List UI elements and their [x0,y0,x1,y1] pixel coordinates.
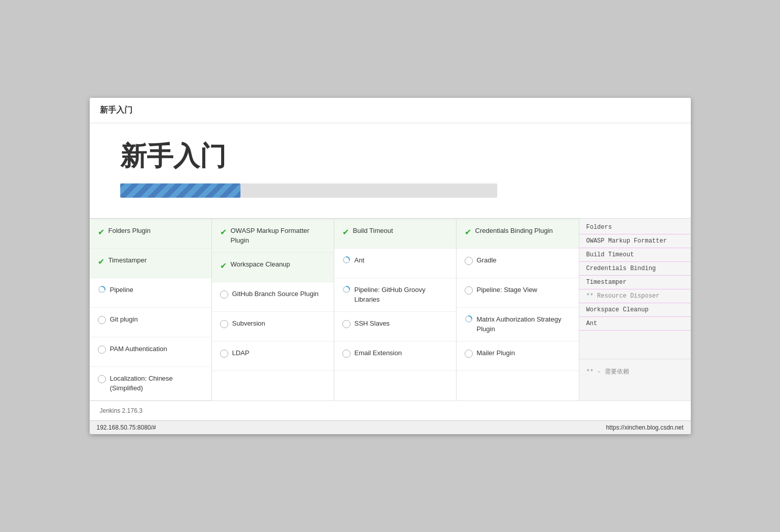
sidebar-item-0: Folders [579,221,691,234]
plugin-item-3-4[interactable]: Mailer Plugin [456,341,579,371]
plugin-name: PAM Authentication [110,344,168,354]
circle-icon [342,320,351,328]
plugin-item-0-4[interactable]: PAM Authentication [90,337,211,367]
main-area: ✔Folders Plugin✔Timestamper PipelineGit … [90,219,691,400]
spin-icon [342,256,351,266]
sidebar-item-3: Credentials Binding [579,262,691,276]
plugin-name: Timestamper [109,256,147,265]
circle-icon [342,350,351,358]
plugin-item-0-1[interactable]: ✔Timestamper [90,249,211,278]
sidebar-item-1: OWASP Markup Formatter [579,234,691,248]
circle-icon [465,257,473,265]
check-icon: ✔ [220,261,227,271]
spin-icon [465,315,473,325]
plugin-name: Matrix Authorization Strategy Plugin [477,315,571,333]
status-bar-right: https://xinchen.blog.csdn.net [606,424,683,431]
sidebar-item-5: ** Resource Disposer [579,289,691,303]
check-icon: ✔ [220,227,227,237]
progress-bar-container [120,183,497,198]
plugins-grid: ✔Folders Plugin✔Timestamper PipelineGit … [90,219,579,400]
plugin-item-1-0[interactable]: ✔OWASP Markup Formatter Plugin [212,219,334,252]
plugin-name: Pipeline [110,285,133,295]
plugin-item-0-0[interactable]: ✔Folders Plugin [90,219,211,249]
plugin-item-3-2[interactable]: Pipeline: Stage View [456,278,579,308]
plugin-name: Pipeline: Stage View [477,285,537,295]
plugin-item-3-3[interactable]: Matrix Authorization Strategy Plugin [456,308,579,341]
plugin-item-2-3[interactable]: SSH Slaves [334,312,456,341]
plugin-item-2-2[interactable]: Pipeline: GitHub Groovy Libraries [334,278,456,311]
plugin-item-0-3[interactable]: Git plugin [90,308,211,337]
plugin-name: Folders Plugin [109,226,151,235]
title-bar: 新手入门 [90,98,691,123]
plugin-item-2-0[interactable]: ✔Build Timeout [334,219,456,249]
check-icon: ✔ [465,227,471,237]
check-icon: ✔ [342,227,349,237]
plugin-item-1-3[interactable]: Subversion [212,312,334,341]
plugin-name: Gradle [477,256,497,265]
plugin-name: Credentials Binding Plugin [475,226,553,235]
plugin-name: Mailer Plugin [477,349,515,358]
status-bar-left: 192.168.50.75:8080/# [97,424,156,431]
plugin-name: LDAP [232,349,250,358]
circle-icon [98,375,106,383]
plugin-item-2-4[interactable]: Email Extension [334,341,456,371]
hero-section: 新手入门 [90,123,691,219]
circle-icon [98,316,106,324]
plugin-name: GitHub Branch Source Plugin [232,289,319,299]
plugin-name: Build Timeout [353,226,393,235]
sidebar-item-6: Workspace Cleanup [579,303,691,317]
spin-icon [98,285,106,296]
plugin-item-3-1[interactable]: Gradle [456,249,579,278]
progress-bar-fill [120,183,241,198]
sidebar-item-7: Ant [579,317,691,331]
sidebar-item-2: Build Timeout [579,248,691,262]
circle-icon [220,350,228,358]
status-bar: 192.168.50.75:8080/# https://xinchen.blo… [90,420,691,434]
hero-title: 新手入门 [120,139,660,174]
check-icon: ✔ [98,227,104,237]
sidebar-item-4: Timestamper [579,276,691,289]
plugin-col-3: ✔Credentials Binding PluginGradlePipelin… [456,219,579,400]
circle-icon [465,350,473,358]
circle-icon [98,345,106,354]
plugin-name: Workspace Cleanup [231,260,290,269]
plugin-col-0: ✔Folders Plugin✔Timestamper PipelineGit … [90,219,212,400]
plugin-item-2-1[interactable]: Ant [334,249,456,278]
footer: Jenkins 2.176.3 [90,401,691,420]
plugin-name: Pipeline: GitHub Groovy Libraries [355,285,448,304]
sidebar: FoldersOWASP Markup FormatterBuild Timeo… [579,219,691,400]
plugin-name: Email Extension [355,349,402,358]
circle-icon [220,320,228,328]
plugin-name: SSH Slaves [355,319,390,328]
plugin-item-1-4[interactable]: LDAP [212,341,334,371]
plugin-name: Ant [355,256,365,265]
plugin-item-1-1[interactable]: ✔Workspace Cleanup [212,253,334,282]
plugin-col-1: ✔OWASP Markup Formatter Plugin✔Workspace… [212,219,334,400]
plugin-name: Subversion [232,319,265,328]
sidebar-items-list: FoldersOWASP Markup FormatterBuild Timeo… [579,219,691,331]
title-bar-label: 新手入门 [100,105,132,114]
circle-icon [220,290,228,299]
plugin-item-1-2[interactable]: GitHub Branch Source Plugin [212,282,334,312]
plugin-item-3-0[interactable]: ✔Credentials Binding Plugin [456,219,579,249]
check-icon: ✔ [98,257,104,267]
jenkins-version: Jenkins 2.176.3 [100,407,143,414]
circle-icon [465,286,473,295]
plugin-name: OWASP Markup Formatter Plugin [231,226,326,245]
plugin-item-0-2[interactable]: Pipeline [90,278,211,308]
plugin-col-2: ✔Build Timeout Ant Pipeline: GitHub Groo… [334,219,456,400]
sidebar-footer-note: ** - 需要依赖 [579,359,691,381]
spin-icon [342,285,351,296]
plugin-item-0-5[interactable]: Localization: Chinese (Simplified) [90,367,211,400]
plugin-name: Git plugin [110,315,138,324]
plugin-name: Localization: Chinese (Simplified) [110,374,203,392]
main-window: 新手入门 新手入门 ✔Folders Plugin✔Timestamper Pi… [90,98,691,434]
